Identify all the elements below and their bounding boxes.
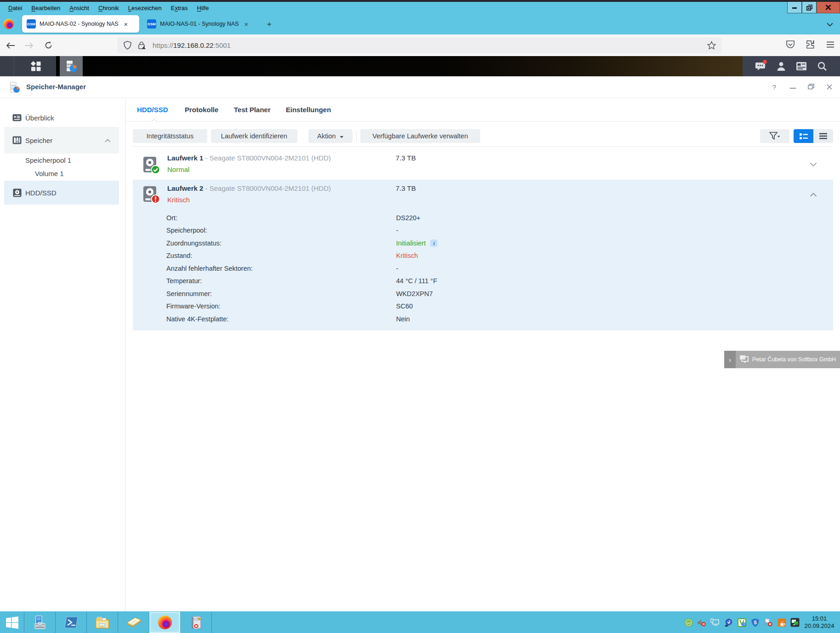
menu-chronik[interactable]: Chronik bbox=[94, 2, 124, 14]
taskbar-clock[interactable]: 15:01 20.09.2024 bbox=[801, 612, 837, 633]
dsm-topbar-right bbox=[743, 56, 840, 76]
shield-icon[interactable] bbox=[124, 41, 131, 50]
identify-drive-button[interactable]: Laufwerk identifizieren bbox=[211, 129, 297, 143]
extensions-puzzle-icon[interactable] bbox=[806, 40, 815, 51]
back-icon[interactable] bbox=[3, 34, 18, 56]
simple-list-view-button[interactable] bbox=[813, 129, 833, 143]
tab-protokolle[interactable]: Protokolle bbox=[185, 106, 221, 114]
sidebar: Überblick Speicher Speicherpool 1 Volume… bbox=[0, 98, 125, 611]
tab-list-dropdown-icon[interactable] bbox=[824, 19, 835, 29]
detail-row-ort: Ort: DS220+ bbox=[133, 211, 833, 224]
drive-row-laufwerk1[interactable]: Laufwerk 1 - Seagate ST8000VN004-2M2101 … bbox=[133, 147, 833, 180]
menu-datei[interactable]: Datei bbox=[4, 2, 27, 14]
dsm-search-icon[interactable] bbox=[817, 61, 828, 72]
pocket-icon[interactable] bbox=[786, 40, 795, 51]
taskbar-devices-app[interactable] bbox=[24, 612, 56, 633]
overview-icon bbox=[12, 114, 22, 121]
info-icon[interactable]: i bbox=[430, 240, 437, 247]
window-minimize-button[interactable] bbox=[789, 83, 797, 91]
manage-available-drives-button[interactable]: Verfügbare Laufwerke verwalten bbox=[360, 129, 480, 143]
drive-row-laufwerk2[interactable]: Laufwerk 2 - Seagate ST8000VN004-2M2101 … bbox=[133, 180, 833, 331]
detail-row-speicherpool: Speicherpool: - bbox=[133, 224, 833, 237]
tray-volume-muted-icon[interactable] bbox=[697, 618, 706, 627]
url-bar[interactable]: https://192.168.0.22:5001 bbox=[117, 37, 721, 53]
taskbar-explorer-app[interactable] bbox=[87, 612, 118, 633]
menu-bearbeiten[interactable]: Bearbeiten bbox=[27, 2, 65, 14]
tray-flag-error-icon[interactable] bbox=[764, 618, 773, 627]
os-close-button[interactable] bbox=[817, 2, 840, 13]
detail-row-firmware: Firmware-Version: SC60 bbox=[133, 300, 833, 313]
drive-status: Kritisch bbox=[167, 196, 190, 204]
window-restore-button[interactable] bbox=[807, 83, 815, 91]
tab-close-icon[interactable]: × bbox=[244, 21, 249, 28]
dsm-topbar bbox=[0, 56, 840, 76]
menu-hilfe[interactable]: Hilfe bbox=[193, 2, 214, 14]
tray-v-app-icon[interactable]: ? bbox=[737, 618, 746, 627]
window-help-button[interactable]: ? bbox=[770, 83, 778, 91]
os-restore-button[interactable] bbox=[802, 2, 817, 13]
notification-dot bbox=[763, 60, 767, 64]
start-button[interactable] bbox=[0, 612, 24, 633]
window-controls: ? bbox=[770, 76, 834, 98]
collapse-chevron-up-icon[interactable] bbox=[810, 191, 817, 199]
overlay-expand-chevron[interactable]: › bbox=[724, 351, 736, 368]
taskbar-powershell-app[interactable] bbox=[56, 612, 87, 633]
window-titlebar[interactable]: Speicher-Manager ? bbox=[0, 76, 840, 98]
tab-hdd-ssd[interactable]: HDD/SSD bbox=[137, 106, 172, 114]
browser-tabstrip: DSM MAIO-NAS-02 - Synology NAS × DSM MAI… bbox=[0, 14, 840, 34]
reload-icon[interactable] bbox=[40, 34, 56, 56]
sidebar-item-hdd-ssd[interactable]: HDD/SSD bbox=[4, 181, 119, 205]
menu-lesezeichen[interactable]: Lesezeichen bbox=[124, 2, 166, 14]
main-menu-grid-icon[interactable] bbox=[30, 61, 42, 74]
browser-tab-active[interactable]: DSM MAIO-NAS-02 - Synology NAS × bbox=[22, 15, 139, 33]
taskbar-firefox-app[interactable] bbox=[149, 612, 181, 633]
window-body: Überblick Speicher Speicherpool 1 Volume… bbox=[0, 98, 840, 611]
drive-icon-normal bbox=[143, 157, 161, 177]
tray-java-icon[interactable] bbox=[777, 618, 786, 627]
tab-test-planer[interactable]: Test Planer bbox=[234, 106, 273, 114]
browser-menubar: Datei Bearbeiten Ansicht Chronik Lesezei… bbox=[0, 2, 840, 14]
os-minimize-button[interactable] bbox=[787, 2, 802, 13]
overlay-bar[interactable]: Petar Čubela von Softbox GmbH bbox=[736, 351, 840, 368]
tray-sbx-icon[interactable]: sbx bbox=[684, 618, 693, 627]
detail-list-view-button[interactable] bbox=[794, 129, 813, 143]
tray-shield-s-icon[interactable]: S bbox=[750, 618, 760, 627]
browser-tab-inactive[interactable]: DSM MAIO-NAS-01 - Synology NAS × bbox=[142, 15, 257, 33]
dsm-topbar-divider bbox=[14, 56, 14, 76]
menu-extras[interactable]: Extras bbox=[166, 2, 193, 14]
sidebar-item-volume1[interactable]: Volume 1 bbox=[4, 166, 119, 181]
menu-ansicht[interactable]: Ansicht bbox=[65, 2, 94, 14]
action-dropdown-button[interactable]: Aktion bbox=[308, 129, 352, 143]
firefox-icon[interactable] bbox=[4, 19, 14, 29]
dsm-user-icon[interactable] bbox=[776, 61, 787, 72]
tray-network-icon[interactable] bbox=[710, 618, 720, 627]
app-menu-hamburger-icon[interactable] bbox=[826, 41, 834, 50]
taskbar-book-app[interactable] bbox=[118, 612, 149, 633]
tray-helper-icon[interactable] bbox=[724, 618, 733, 627]
browser-navbar: https://192.168.0.22:5001 bbox=[0, 34, 840, 56]
dsm-widgets-icon[interactable] bbox=[796, 61, 807, 72]
forward-icon[interactable] bbox=[21, 34, 37, 56]
monitor-icon bbox=[739, 355, 749, 365]
sidebar-item-speicher[interactable]: Speicher bbox=[4, 127, 119, 154]
sidebar-item-ueberblick[interactable]: Überblick bbox=[4, 108, 119, 127]
window-close-button[interactable] bbox=[825, 83, 834, 91]
bookmark-star-icon[interactable] bbox=[707, 41, 716, 51]
tray-teamviewer-icon[interactable] bbox=[790, 618, 800, 627]
filter-button[interactable] bbox=[760, 129, 789, 143]
collapse-chevron-icon[interactable] bbox=[105, 136, 111, 144]
drive-title: Laufwerk 1 - Seagate ST8000VN004-2M2101 … bbox=[167, 154, 331, 162]
dsm-chat-icon[interactable] bbox=[755, 61, 766, 72]
svg-text:S: S bbox=[754, 620, 757, 625]
expand-chevron-down-icon[interactable] bbox=[810, 160, 817, 169]
tab-einstellungen[interactable]: Einstellungen bbox=[286, 106, 332, 114]
new-tab-button[interactable]: + bbox=[264, 19, 275, 30]
windows-taskbar: sbx ? S 15:01 20.09.2024 bbox=[0, 611, 840, 633]
tab-close-icon[interactable]: × bbox=[124, 21, 128, 28]
drive-title: Laufwerk 2 - Seagate ST8000VN004-2M2101 … bbox=[167, 184, 331, 192]
storage-manager-taskbar-icon[interactable] bbox=[60, 56, 83, 76]
sidebar-item-speicherpool1[interactable]: Speicherpool 1 bbox=[4, 154, 119, 166]
integrity-status-button[interactable]: Integritätsstatus bbox=[133, 129, 207, 143]
lock-warning-icon[interactable] bbox=[138, 41, 146, 50]
taskbar-notebook-app[interactable] bbox=[181, 612, 212, 633]
